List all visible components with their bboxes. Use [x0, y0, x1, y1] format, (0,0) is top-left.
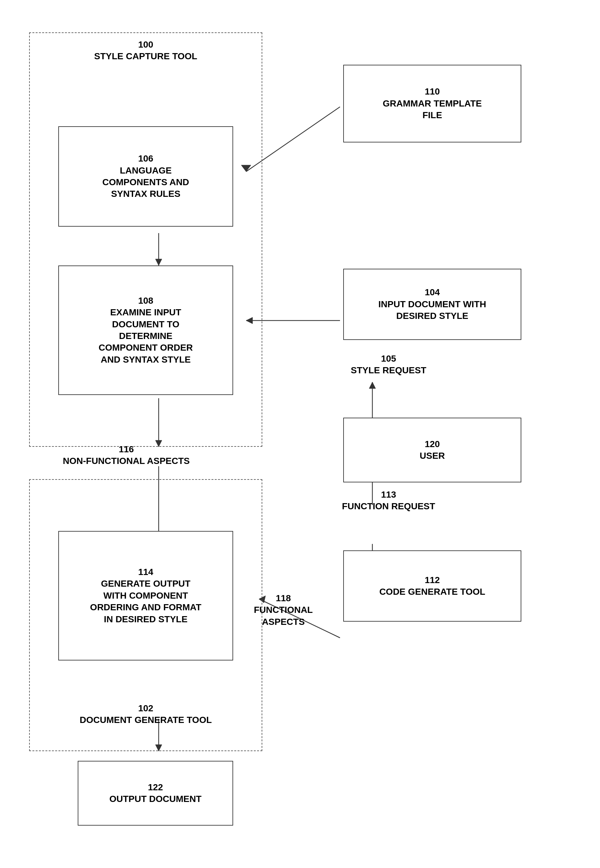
output-document-box: 122 OUTPUT DOCUMENT	[78, 761, 233, 826]
user-box: 120 USER	[343, 418, 521, 482]
code-generate-tool-box: 112 CODE GENERATE TOOL	[343, 550, 521, 622]
grammar-template-box: 110 GRAMMAR TEMPLATEFILE	[343, 65, 521, 142]
style-request-label: 105 STYLE REQUEST	[340, 353, 437, 377]
diagram-container: 100 STYLE CAPTURE TOOL 106 LANGUAGECOMPO…	[0, 0, 600, 868]
generate-output-box: 114 GENERATE OUTPUTWITH COMPONENTORDERIN…	[58, 531, 233, 660]
language-components-box: 106 LANGUAGECOMPONENTS ANDSYNTAX RULES	[58, 126, 233, 227]
non-functional-label: 116 NON-FUNCTIONAL ASPECTS	[29, 444, 223, 467]
style-capture-tool-label: 100 STYLE CAPTURE TOOL	[65, 39, 227, 62]
svg-marker-7	[369, 382, 376, 388]
functional-aspects-label: 118 FUNCTIONALASPECTS	[243, 592, 324, 628]
document-generate-tool-label: 102 DOCUMENT GENERATE TOOL	[29, 703, 262, 726]
function-request-label: 113 FUNCTION REQUEST	[340, 489, 437, 512]
examine-input-box: 108 EXAMINE INPUTDOCUMENT TODETERMINECOM…	[58, 265, 233, 395]
input-document-box: 104 INPUT DOCUMENT WITHDESIRED STYLE	[343, 269, 521, 340]
